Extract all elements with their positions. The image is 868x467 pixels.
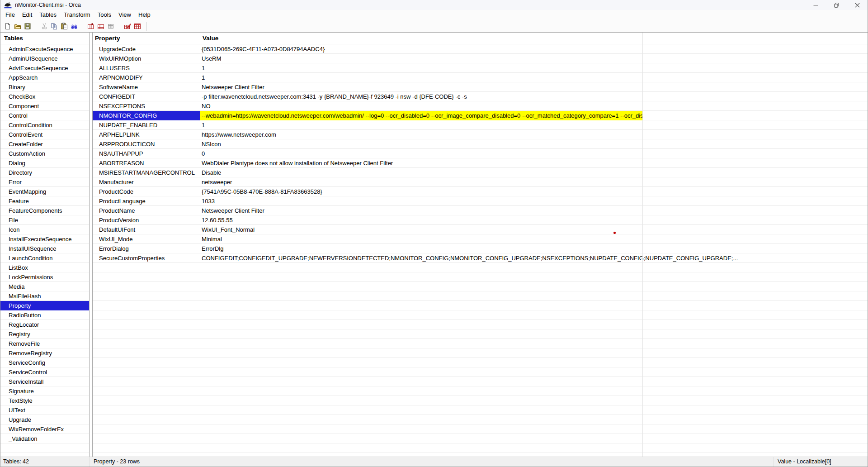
menu-view[interactable]: View [115, 10, 135, 20]
value-cell[interactable]: --webadmin=https://wavenetcloud.netsweep… [200, 111, 642, 120]
sidebar-item-file[interactable]: File [0, 215, 89, 225]
sidebar-item-binary[interactable]: Binary [0, 82, 89, 92]
table-row-nsexceptions[interactable]: NSEXCEPTIONSNO [93, 101, 868, 111]
property-cell[interactable]: ErrorDialog [93, 244, 200, 253]
sidebar-item-property[interactable]: Property [0, 301, 89, 310]
value-cell[interactable]: netsweeper [200, 177, 868, 187]
find-button[interactable] [69, 21, 79, 31]
property-cell[interactable]: UpgradeCode [93, 44, 200, 54]
sidebar-item-control[interactable]: Control [0, 111, 89, 120]
value-cell[interactable]: NO [200, 101, 868, 111]
sidebar-item-error[interactable]: Error [0, 177, 89, 187]
value-cell[interactable]: WebDialer Plantype does not allow instal… [200, 158, 868, 168]
sidebar-item-listbox[interactable]: ListBox [0, 263, 89, 272]
property-cell[interactable]: WixUI_Mode [93, 234, 200, 244]
table-row-errordialog[interactable]: ErrorDialogErrorDlg [93, 244, 868, 253]
value-cell[interactable]: UseRM [200, 54, 868, 63]
menu-tables[interactable]: Tables [36, 10, 60, 20]
property-cell[interactable]: NUPDATE_ENABLED [93, 120, 200, 130]
table-row-manufacturer[interactable]: Manufacturernetsweeper [93, 177, 868, 187]
sidebar-item-component[interactable]: Component [0, 101, 89, 111]
sidebar-item-checkbox[interactable]: CheckBox [0, 92, 89, 101]
sidebar-item-msifilehash[interactable]: MsiFileHash [0, 291, 89, 301]
sidebar-item-lockpermissions[interactable]: LockPermissions [0, 272, 89, 282]
add-row-button[interactable] [96, 21, 106, 31]
table-row-nupdate_enabled[interactable]: NUPDATE_ENABLED1 [93, 120, 868, 130]
table-row-wixuirmoption[interactable]: WixUIRMOptionUseRM [93, 54, 868, 63]
sidebar-item-uitext[interactable]: UIText [0, 405, 89, 415]
sidebar-item-media[interactable]: Media [0, 282, 89, 291]
menu-transform[interactable]: Transform [60, 10, 94, 20]
add-table-button[interactable] [86, 21, 96, 31]
property-cell[interactable]: ProductLanguage [93, 196, 200, 206]
minimize-button[interactable] [805, 0, 826, 10]
value-cell[interactable]: 1033 [200, 196, 868, 206]
sidebar-item-createfolder[interactable]: CreateFolder [0, 139, 89, 149]
table-row-upgradecode[interactable]: UpgradeCode{0531D065-269C-4F11-A073-0D84… [93, 44, 868, 54]
property-cell[interactable]: SoftwareName [93, 82, 200, 92]
value-cell[interactable]: Netsweeper Client Filter [200, 82, 868, 92]
table-row-wixui_mode[interactable]: WixUI_ModeMinimal [93, 234, 868, 244]
property-cell[interactable]: NSAUTHAPPUP [93, 149, 200, 158]
value-cell[interactable]: CONFIGEDIT;CONFIGEDIT_UPGRADE;NEWERVERSI… [200, 253, 868, 263]
sidebar-item-removefile[interactable]: RemoveFile [0, 339, 89, 348]
property-cell[interactable]: Manufacturer [93, 177, 200, 187]
dialog-preview-button[interactable] [132, 21, 142, 31]
sidebar-item-appsearch[interactable]: AppSearch [0, 73, 89, 82]
property-cell[interactable]: SecureCustomProperties [93, 253, 200, 263]
new-file-button[interactable] [3, 21, 13, 31]
sidebar-item-upgrade[interactable]: Upgrade [0, 415, 89, 424]
table-row-arpproducticon[interactable]: ARPPRODUCTICONNSIcon [93, 139, 868, 149]
close-button[interactable] [847, 0, 868, 10]
sidebar-item-advtexecutesequence[interactable]: AdvtExecuteSequence [0, 63, 89, 73]
property-cell[interactable]: ARPNOMODIFY [93, 73, 200, 82]
property-cell[interactable]: DefaultUIFont [93, 225, 200, 234]
table-row-arpnomodify[interactable]: ARPNOMODIFY1 [93, 73, 868, 82]
table-row-nsauthappup[interactable]: NSAUTHAPPUP0 [93, 149, 868, 158]
sidebar-item-signature[interactable]: Signature [0, 386, 89, 396]
column-header-property[interactable]: Property [93, 33, 200, 44]
table-row-allusers[interactable]: ALLUSERS1 [93, 63, 868, 73]
column-divider-value-end[interactable] [642, 33, 643, 457]
column-header-value[interactable]: Value [200, 33, 868, 44]
value-cell[interactable]: WixUI_Font_Normal [200, 225, 868, 234]
sidebar-item-launchcondition[interactable]: LaunchCondition [0, 253, 89, 263]
value-cell[interactable]: 12.60.55.55 [200, 215, 868, 225]
sidebar-item-directory[interactable]: Directory [0, 168, 89, 177]
value-cell[interactable]: ErrorDlg [200, 244, 868, 253]
value-cell[interactable]: 1 [200, 73, 868, 82]
property-cell[interactable]: WixUIRMOption [93, 54, 200, 63]
value-cell[interactable]: 0 [200, 149, 868, 158]
sidebar-item-textstyle[interactable]: TextStyle [0, 396, 89, 405]
property-cell[interactable]: CONFIGEDIT [93, 92, 200, 101]
value-cell[interactable]: https://www.netsweeper.com [200, 130, 868, 139]
column-divider-property-value[interactable] [200, 33, 200, 457]
sidebar-item-eventmapping[interactable]: EventMapping [0, 187, 89, 196]
table-row-configedit[interactable]: CONFIGEDIT-p filter.wavenetcloud.netswee… [93, 92, 868, 101]
sidebar-item-controlcondition[interactable]: ControlCondition [0, 120, 89, 130]
table-row-abortreason[interactable]: ABORTREASONWebDialer Plantype does not a… [93, 158, 868, 168]
sidebar-item-adminuisequence[interactable]: AdminUISequence [0, 54, 89, 63]
menu-edit[interactable]: Edit [19, 10, 36, 20]
menu-file[interactable]: File [2, 10, 19, 20]
value-cell[interactable]: Minimal [200, 234, 868, 244]
property-cell[interactable]: ProductVersion [93, 215, 200, 225]
sidebar-item-wixremovefolderex[interactable]: WixRemoveFolderEx [0, 424, 89, 434]
sidebar-item-feature[interactable]: Feature [0, 196, 89, 206]
sidebar-item-installexecutesequence[interactable]: InstallExecuteSequence [0, 234, 89, 244]
sidebar-item-icon[interactable]: Icon [0, 225, 89, 234]
restore-button[interactable] [826, 0, 847, 10]
sidebar-item-registry[interactable]: Registry [0, 329, 89, 339]
table-row-arphelplink[interactable]: ARPHELPLINKhttps://www.netsweeper.com [93, 130, 868, 139]
property-cell[interactable]: ABORTREASON [93, 158, 200, 168]
table-row-defaultuifont[interactable]: DefaultUIFontWixUI_Font_Normal [93, 225, 868, 234]
save-file-button[interactable] [23, 21, 33, 31]
table-row-productlanguage[interactable]: ProductLanguage1033 [93, 196, 868, 206]
sidebar-item-reglocator[interactable]: RegLocator [0, 320, 89, 329]
table-row-msirestartmanagercontrol[interactable]: MSIRESTARTMANAGERCONTROLDisable [93, 168, 868, 177]
value-cell[interactable]: -p filter.wavenetcloud.netsweeper.com:34… [200, 92, 868, 101]
sidebar-item-radiobutton[interactable]: RadioButton [0, 310, 89, 320]
value-cell[interactable]: {0531D065-269C-4F11-A073-0D84794AADC4} [200, 44, 868, 54]
sidebar-item-controlevent[interactable]: ControlEvent [0, 130, 89, 139]
sidebar-item-serviceinstall[interactable]: ServiceInstall [0, 377, 89, 386]
